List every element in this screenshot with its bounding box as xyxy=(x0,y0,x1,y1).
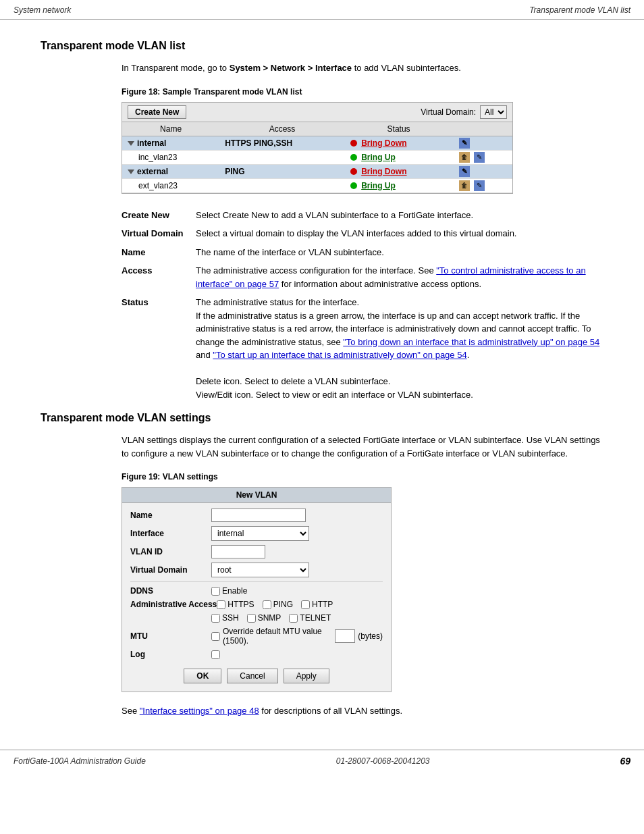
label-name: Name xyxy=(130,511,211,520)
ping-checkbox[interactable] xyxy=(263,600,271,609)
main-content: Transparent mode VLAN list In Transparen… xyxy=(0,20,644,729)
status-link[interactable]: Bring Up xyxy=(361,153,396,162)
footer-left: FortiGate-100A Administration Guide xyxy=(14,756,146,766)
page-footer: FortiGate-100A Administration Guide 01-2… xyxy=(0,750,644,772)
row-name: inc_vlan23 xyxy=(122,150,219,164)
checkbox-https[interactable]: HTTPS xyxy=(217,600,254,609)
telnet-checkbox[interactable] xyxy=(289,614,298,623)
row-name: ext_vlan23 xyxy=(122,178,219,192)
row-actions: 🗑 ✎ xyxy=(452,178,512,192)
table-row: internal HTTPS PING,SSH Bring Down ✎ xyxy=(122,136,512,150)
mtu-override-checkbox[interactable]: Override default MTU value (1500). xyxy=(211,627,332,646)
snmp-label: SNMP xyxy=(258,613,281,623)
def-term: Access xyxy=(122,264,196,290)
expand-icon[interactable] xyxy=(128,170,134,174)
edit-icon[interactable]: ✎ xyxy=(459,138,470,149)
ssh-checkbox[interactable] xyxy=(211,614,220,623)
cancel-button[interactable]: Cancel xyxy=(227,669,277,683)
status-link[interactable]: Bring Down xyxy=(361,138,406,148)
http-checkbox[interactable] xyxy=(301,600,310,609)
form-row-log: Log xyxy=(130,650,383,659)
status-link2[interactable]: "To start up an interface that is admini… xyxy=(213,350,466,360)
section1-title: Transparent mode VLAN list xyxy=(41,40,603,52)
form-row-interface: Interface internal xyxy=(130,526,383,541)
delete-icon[interactable]: 🗑 xyxy=(459,152,470,163)
snmp-checkbox[interactable] xyxy=(247,614,256,623)
checkbox-telnet[interactable]: TELNET xyxy=(289,613,331,623)
form-row-admin-access-2: SSH SNMP TELNET xyxy=(130,613,383,623)
form-row-admin-access: Administrative Access HTTPS PING HTTP xyxy=(130,600,383,609)
https-label: HTTPS xyxy=(227,600,254,609)
admin-access-checkboxes-row1: HTTPS PING HTTP xyxy=(217,600,333,609)
row-actions: 🗑 ✎ xyxy=(452,150,512,164)
section2-intro: VLAN settings displays the current confi… xyxy=(122,434,603,460)
create-new-button[interactable]: Create New xyxy=(128,105,186,119)
row-access xyxy=(219,150,345,164)
form-row-ddns: DDNS Enable xyxy=(130,586,383,596)
http-label: HTTP xyxy=(312,600,333,609)
table-row: inc_vlan23 Bring Up 🗑 ✎ xyxy=(122,150,512,164)
input-name[interactable] xyxy=(211,509,306,522)
expand-icon[interactable] xyxy=(128,141,134,146)
checkbox-ping[interactable]: PING xyxy=(263,600,293,609)
select-interface[interactable]: internal xyxy=(211,526,309,541)
mtu-value-input[interactable] xyxy=(335,629,355,643)
form-buttons: OK Cancel Apply xyxy=(130,663,383,686)
vlan-settings-form-container: New VLAN Name Interface internal VLAN ID xyxy=(122,487,392,692)
log-checkbox[interactable] xyxy=(211,650,220,659)
edit-icon[interactable]: ✎ xyxy=(459,166,470,177)
mtu-checkbox[interactable] xyxy=(211,632,220,641)
ssh-label: SSH xyxy=(222,613,239,623)
section1-intro: In Transparent mode, go to System > Netw… xyxy=(122,61,603,75)
def-desc: The name of the interface or VLAN subint… xyxy=(196,246,603,259)
see-text: See "Interface settings" on page 48 for … xyxy=(122,706,603,716)
input-vlan-id[interactable] xyxy=(211,545,265,558)
definition-list: Create New Select Create New to add a VL… xyxy=(122,209,603,402)
delete-icon[interactable]: 🗑 xyxy=(459,180,470,191)
interface-settings-link[interactable]: "Interface settings" on page 48 xyxy=(140,706,259,716)
def-row-name: Name The name of the interface or VLAN s… xyxy=(122,246,603,259)
ddns-enable-label: Enable xyxy=(222,586,247,596)
form-title: New VLAN xyxy=(122,488,391,503)
row-status: Bring Up xyxy=(345,150,453,164)
status-link[interactable]: Bring Down xyxy=(361,167,406,176)
edit-icon[interactable]: ✎ xyxy=(474,152,485,163)
select-virtual-domain[interactable]: root xyxy=(211,563,309,577)
label-interface: Interface xyxy=(130,529,211,538)
section-vlan-list: Transparent mode VLAN list In Transparen… xyxy=(41,40,603,401)
checkbox-snmp[interactable]: SNMP xyxy=(247,613,281,623)
page-number: 69 xyxy=(620,756,630,766)
telnet-label: TELNET xyxy=(300,613,331,623)
ddns-checkbox[interactable] xyxy=(211,587,220,596)
section2-title: Transparent mode VLAN settings xyxy=(41,412,603,424)
def-row-status: Status The administrative status for the… xyxy=(122,296,603,401)
section-vlan-settings: Transparent mode VLAN settings VLAN sett… xyxy=(41,412,603,716)
apply-button[interactable]: Apply xyxy=(284,669,329,683)
row-actions: ✎ xyxy=(452,136,512,150)
virtual-domain-select[interactable]: All xyxy=(480,105,507,119)
https-checkbox[interactable] xyxy=(217,600,225,609)
status-link1[interactable]: "To bring down an interface that is admi… xyxy=(343,337,599,347)
row-status: Bring Down xyxy=(345,136,453,150)
edit-icon[interactable]: ✎ xyxy=(474,180,485,191)
col-name: Name xyxy=(122,122,219,136)
label-ddns: DDNS xyxy=(130,586,211,596)
ok-button[interactable]: OK xyxy=(184,669,221,683)
form-row-mtu: MTU Override default MTU value (1500). (… xyxy=(130,627,383,646)
def-desc: The administrative access configuration … xyxy=(196,264,603,290)
row-actions: ✎ xyxy=(452,164,512,178)
footer-center: 01-28007-0068-20041203 xyxy=(336,756,430,766)
label-mtu: MTU xyxy=(130,631,211,641)
status-link[interactable]: Bring Up xyxy=(361,181,396,190)
def-term: Create New xyxy=(122,209,196,222)
figure19-caption: Figure 19: VLAN settings xyxy=(122,472,603,481)
access-link[interactable]: "To control administrative access to an … xyxy=(196,265,586,289)
ddns-enable-checkbox[interactable]: Enable xyxy=(211,586,247,596)
checkbox-ssh[interactable]: SSH xyxy=(211,613,239,623)
header-left: System network xyxy=(14,5,71,15)
col-status: Status xyxy=(345,122,453,136)
row-access: PING xyxy=(219,164,345,178)
checkbox-http[interactable]: HTTP xyxy=(301,600,333,609)
col-access: Access xyxy=(219,122,345,136)
def-desc: Select Create New to add a VLAN subinter… xyxy=(196,209,603,222)
